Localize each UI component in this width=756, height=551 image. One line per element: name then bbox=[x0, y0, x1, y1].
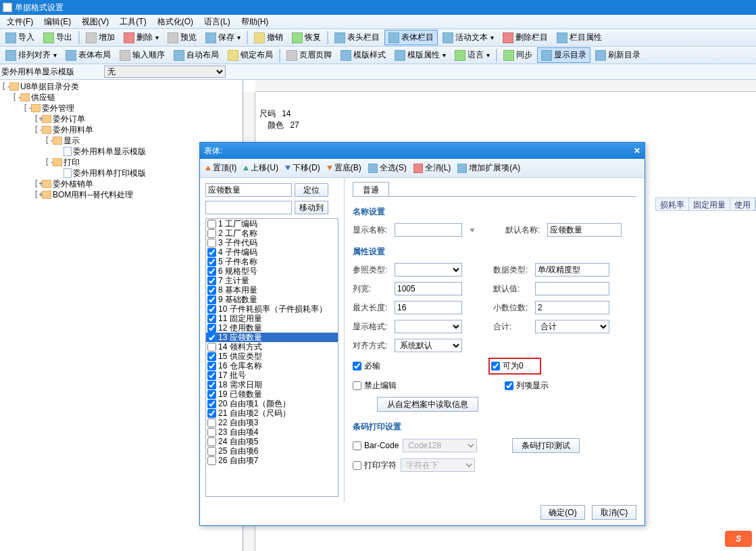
read-archive-button[interactable]: 从自定档案中读取信息 bbox=[377, 397, 478, 412]
toolbar-button[interactable]: 预览 bbox=[163, 30, 201, 45]
menu-item[interactable]: 工具(T) bbox=[114, 15, 151, 29]
list-item-checkbox[interactable] bbox=[207, 248, 216, 257]
tree-node[interactable]: [+]委外订单 bbox=[1, 114, 241, 124]
toolbar-button[interactable]: 排列对齐▾ bbox=[1, 47, 61, 63]
cb-canzero[interactable] bbox=[491, 362, 500, 370]
dec-input[interactable] bbox=[535, 301, 609, 314]
dialog-toolbar-button[interactable]: 增加扩展项(A) bbox=[457, 162, 520, 174]
tree-node[interactable]: [-]U8单据目录分类 bbox=[1, 81, 241, 92]
list-item-checkbox[interactable] bbox=[207, 352, 216, 361]
toolbar-button[interactable]: 同步 bbox=[499, 47, 536, 63]
cb-colshow[interactable] bbox=[505, 381, 513, 390]
grid-header-cell[interactable]: 使用 bbox=[730, 198, 755, 210]
toolbar-button[interactable]: 表体布局 bbox=[61, 47, 115, 63]
list-item-checkbox[interactable] bbox=[207, 229, 216, 238]
list-item-checkbox[interactable] bbox=[207, 381, 216, 389]
toolbar-button[interactable]: 表体栏目 bbox=[384, 30, 438, 45]
list-item-checkbox[interactable] bbox=[207, 409, 216, 418]
template-select[interactable]: 无 bbox=[104, 66, 226, 78]
list-item-checkbox[interactable] bbox=[207, 371, 216, 380]
toolbar-button[interactable]: 导入 bbox=[1, 30, 39, 45]
barcode-test-button[interactable]: 条码打印测试 bbox=[512, 438, 580, 453]
cb-noedit[interactable] bbox=[353, 381, 361, 390]
dialog-toolbar-button[interactable]: 上移(U) bbox=[243, 162, 278, 174]
tree-node[interactable]: [-]委外管理 bbox=[1, 103, 241, 114]
list-item-checkbox[interactable] bbox=[207, 428, 216, 437]
menu-item[interactable]: 文件(F) bbox=[1, 15, 39, 29]
locate-button[interactable]: 定位 bbox=[295, 183, 328, 197]
moveto-input[interactable] bbox=[205, 201, 292, 214]
menu-item[interactable]: 格式化(O) bbox=[152, 15, 199, 29]
cancel-button[interactable]: 取消(C) bbox=[592, 505, 636, 520]
toolbar-button[interactable]: 刷新目录 bbox=[591, 47, 645, 63]
menu-item[interactable]: 编辑(E) bbox=[39, 15, 76, 29]
sogou-ime-icon[interactable]: S bbox=[725, 531, 752, 547]
toolbar-button[interactable]: 增加 bbox=[82, 30, 119, 45]
list-item-checkbox[interactable] bbox=[207, 447, 216, 456]
list-item-checkbox[interactable] bbox=[207, 333, 216, 342]
toolbar-button[interactable]: 显示目录 bbox=[537, 47, 590, 63]
toolbar-button[interactable]: 活动文本▾ bbox=[438, 30, 498, 45]
list-item-checkbox[interactable] bbox=[207, 258, 216, 266]
list-item-checkbox[interactable] bbox=[207, 305, 216, 314]
toolbar-button[interactable]: 删除▾ bbox=[120, 30, 163, 45]
tree-node[interactable]: [-]委外用料单 bbox=[1, 124, 241, 135]
toolbar-button[interactable]: 恢复 bbox=[288, 30, 325, 45]
toolbar-button[interactable]: 保存▾ bbox=[201, 30, 245, 45]
menu-item[interactable]: 视图(V) bbox=[76, 15, 114, 29]
list-item-checkbox[interactable] bbox=[207, 239, 216, 247]
toolbar-button[interactable]: 删除栏目 bbox=[499, 30, 552, 45]
toolbar-button[interactable]: 导出 bbox=[39, 30, 76, 45]
toolbar-button[interactable]: 栏目属性 bbox=[553, 30, 606, 45]
grid-header-cell[interactable]: 固定用量 bbox=[689, 198, 730, 210]
toolbar-button[interactable]: 表头栏目 bbox=[330, 30, 384, 45]
dialog-toolbar-button[interactable]: 全选(S) bbox=[368, 162, 407, 174]
cb-barcode[interactable] bbox=[353, 441, 361, 450]
list-item-checkbox[interactable] bbox=[207, 314, 216, 323]
colw-input[interactable] bbox=[395, 282, 462, 295]
moveto-button[interactable]: 移动到 bbox=[295, 201, 328, 214]
datatype-input[interactable] bbox=[535, 263, 609, 277]
list-item-checkbox[interactable] bbox=[207, 343, 216, 352]
search-input[interactable] bbox=[205, 183, 292, 197]
dropdown-icon[interactable]: ▾ bbox=[470, 225, 474, 235]
dialog-toolbar-button[interactable]: 置顶(I) bbox=[205, 162, 236, 174]
fmt-select[interactable] bbox=[395, 320, 462, 333]
dialog-toolbar-button[interactable]: 置底(B) bbox=[327, 162, 361, 174]
menu-item[interactable]: 帮助(H) bbox=[236, 15, 274, 29]
list-item-checkbox[interactable] bbox=[207, 362, 216, 370]
list-item-checkbox[interactable] bbox=[207, 400, 216, 408]
list-item-checkbox[interactable] bbox=[207, 286, 216, 295]
list-item-checkbox[interactable] bbox=[207, 418, 216, 427]
toolbar-button[interactable]: 页眉页脚 bbox=[282, 47, 336, 63]
list-item-checkbox[interactable] bbox=[207, 267, 216, 276]
dispname-input[interactable] bbox=[395, 223, 462, 237]
list-item-checkbox[interactable] bbox=[207, 295, 216, 304]
align-select[interactable]: 系统默认 bbox=[395, 339, 462, 352]
toolbar-button[interactable]: 输入顺序 bbox=[116, 47, 169, 63]
reftype-select[interactable] bbox=[395, 263, 462, 277]
cb-printchar[interactable] bbox=[353, 461, 361, 470]
list-item-checkbox[interactable] bbox=[207, 437, 216, 446]
column-list[interactable]: 1 工厂编码2 工厂名称3 子件代码4 子件编码5 子件名称6 规格型号7 主计… bbox=[205, 218, 338, 497]
toolbar-button[interactable]: 锁定布局 bbox=[224, 47, 277, 63]
dialog-toolbar-button[interactable]: 下移(D) bbox=[285, 162, 320, 174]
toolbar-button[interactable]: 模版属性▾ bbox=[390, 47, 450, 63]
grid-header-cell[interactable]: 损耗率 bbox=[656, 198, 689, 210]
cb-required[interactable] bbox=[353, 362, 361, 370]
defval-input[interactable] bbox=[535, 282, 609, 295]
list-item-checkbox[interactable] bbox=[207, 324, 216, 333]
list-item-checkbox[interactable] bbox=[207, 390, 216, 399]
list-item-checkbox[interactable] bbox=[207, 456, 216, 465]
defname-input[interactable] bbox=[547, 223, 622, 237]
maxlen-input[interactable] bbox=[395, 301, 462, 314]
tree-node[interactable]: [-]供应链 bbox=[1, 92, 241, 103]
dialog-toolbar-button[interactable]: 全消(L) bbox=[413, 162, 451, 174]
list-item-checkbox[interactable] bbox=[207, 277, 216, 285]
toolbar-button[interactable]: 语言▾ bbox=[451, 47, 494, 63]
tab-common[interactable]: 普通 bbox=[353, 182, 389, 196]
menu-item[interactable]: 语言(L) bbox=[199, 15, 236, 29]
list-item-checkbox[interactable] bbox=[207, 220, 216, 229]
list-item[interactable]: 26 自由项7 bbox=[206, 456, 338, 465]
toolbar-button[interactable]: 撤销 bbox=[250, 30, 287, 45]
